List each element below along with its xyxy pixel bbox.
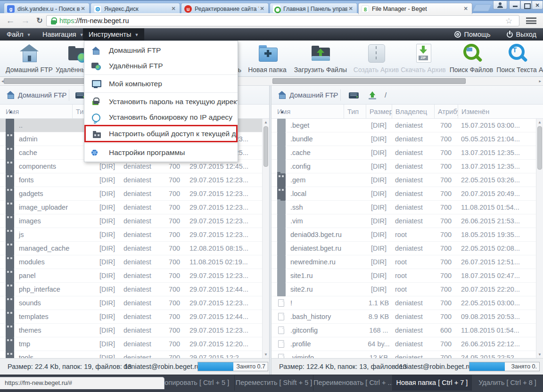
menu-navigation[interactable]: Навигация▼ — [37, 28, 90, 41]
source-selector[interactable]: Домашний FTP — [289, 86, 338, 105]
table-row[interactable]: .beget [DIR] deniatest 700 15.07.2015 03… — [272, 119, 536, 132]
help-button[interactable]: Помощь — [454, 28, 491, 41]
bookmark-star-icon[interactable]: ☆ — [505, 16, 512, 26]
minimize-button[interactable] — [509, 1, 520, 9]
move-button[interactable]: Переместить [ Shift + 5 ] — [234, 375, 313, 391]
table-row[interactable]: managed_cache [DIR] deniatest 700 12.08.… — [0, 242, 262, 255]
left-vertical-scrollbar[interactable]: ▲ ▼ — [262, 119, 269, 358]
tab-close-icon[interactable]: ✕ — [80, 6, 86, 12]
table-row[interactable]: modules [DIR] deniatest 700 11.08.2015 0… — [0, 255, 262, 269]
delete-button[interactable]: Удалить [ Ctrl + 8 ] — [471, 375, 543, 391]
right-vertical-scrollbar[interactable]: ▲ ▼ — [536, 119, 543, 358]
scrollbar-thumb[interactable] — [272, 78, 466, 84]
menu-tools[interactable]: Инструменты▼ — [83, 28, 144, 41]
chevron-down-icon[interactable]: ▼ — [332, 94, 336, 98]
table-row[interactable]: tools [DIR] deniatest 700 29.07.2015 12:… — [0, 351, 262, 358]
table-row[interactable]: .gem [DIR] deniatest 700 22.05.2015 03:2… — [272, 173, 536, 187]
address-bar[interactable]: https ://fm-new.beget.ru — [46, 15, 519, 26]
table-row[interactable]: php_interface [DIR] deniatest 700 29.07.… — [0, 283, 262, 296]
column-name[interactable]: Имя▲ — [6, 105, 67, 119]
menu-item-home-ftp[interactable]: Домашний FTP — [84, 42, 238, 58]
column-size[interactable]: Размер — [366, 105, 392, 119]
menu-item-settings[interactable]: Настройки программы — [84, 145, 238, 160]
tab-file-manager[interactable]: 8 File Manager - Beget ✕ — [358, 3, 472, 14]
back-button[interactable]: ← — [4, 14, 17, 27]
column-attributes[interactable]: Атрибуты — [434, 105, 458, 119]
disk-icon[interactable] — [349, 92, 359, 98]
maximize-button[interactable] — [520, 1, 532, 9]
table-row[interactable]: panel [DIR] deniatest 700 29.07.2015 12:… — [0, 269, 262, 283]
toolbar-search-files[interactable]: Поиск Файлов — [448, 42, 495, 75]
table-row[interactable]: themes [DIR] deniatest 700 29.07.2015 12… — [0, 324, 262, 337]
table-row[interactable]: .bundle [DIR] deniatest 700 05.05.2015 2… — [272, 132, 536, 146]
table-row[interactable]: site2.ru [DIR] root 700 20.07.2015 22:20… — [272, 283, 536, 296]
tab-close-icon[interactable]: ✕ — [170, 6, 177, 12]
scroll-down-icon[interactable]: ▼ — [536, 352, 543, 357]
tab-yandex-disk[interactable]: Яндекс.Диск ✕ — [90, 3, 180, 14]
table-row[interactable]: .profile 64 by... deniatest 700 26.06.20… — [272, 337, 536, 351]
table-row[interactable]: fonts [DIR] deniatest 700 29.07.2015 12:… — [0, 173, 262, 187]
new-tab-button[interactable] — [473, 4, 492, 11]
column-modified[interactable]: Изменён — [458, 105, 535, 119]
menu-item-remote-ftp[interactable]: Удалённый FTP — [84, 58, 238, 74]
close-window-button[interactable]: ✕ — [532, 1, 543, 9]
toolbar-item-clipped[interactable]: А — [539, 42, 543, 75]
table-row[interactable]: images [DIR] deniatest 700 29.07.2015 12… — [0, 214, 262, 228]
menu-item-my-computer[interactable]: Мой компьютер — [84, 76, 238, 91]
table-row[interactable]: .ssh [DIR] deniatest 700 11.08.2015 01:5… — [272, 201, 536, 214]
toolbar-search-text[interactable]: T Поиск Текста — [495, 42, 538, 75]
up-directory-icon[interactable] — [369, 91, 376, 99]
tab-control-panel[interactable]: Главная | Панель управл ✕ — [270, 3, 357, 14]
tab-close-icon[interactable]: ✕ — [259, 6, 265, 12]
menu-hamburger-icon[interactable] — [526, 17, 536, 24]
table-row[interactable]: .cache [DIR] deniatest 700 13.07.2015 12… — [272, 146, 536, 160]
column-name[interactable]: Имя▲ — [277, 105, 338, 119]
table-row[interactable]: tmp [DIR] deniatest 700 29.07.2015 12:20… — [0, 337, 262, 351]
rename-button[interactable]: Переименовать [ Ctrl + ... — [313, 375, 392, 391]
chevron-down-icon[interactable]: ▼ — [60, 94, 65, 98]
scroll-left-icon[interactable]: ◂ — [1, 78, 4, 84]
column-owner[interactable]: Владелец — [392, 105, 434, 119]
horizontal-scrollbar[interactable]: ◂ ▸ — [0, 77, 543, 86]
table-row[interactable]: .bash_history 8.9 KB deniatest 700 09.08… — [272, 310, 536, 324]
table-row[interactable]: deniatest.bget.ru [DIR] deniatest 700 22… — [272, 242, 536, 255]
table-row[interactable]: newredmine.ru [DIR] root 700 26.07.2015 … — [272, 255, 536, 269]
new-folder-button[interactable]: Новая папка [ Ctrl + 7 ] — [392, 375, 471, 391]
tab-close-icon[interactable]: ✕ — [462, 6, 469, 12]
table-row[interactable]: templates [DIR] deniatest 700 29.07.2015… — [0, 310, 262, 324]
menu-item-set-password[interactable]: Установить пароль на текущую директорию — [84, 94, 238, 109]
table-row[interactable]: image_uploader [DIR] deniatest 700 29.07… — [0, 201, 262, 214]
column-type[interactable]: Тип — [344, 105, 366, 119]
table-row[interactable]: .config [DIR] deniatest 700 13.07.2015 1… — [272, 160, 536, 173]
table-row[interactable]: ! 1.1 KB deniatest 700 22.05.2015 03:00.… — [272, 296, 536, 310]
table-row[interactable]: denia0d3.bget.ru [DIR] root 700 18.05.20… — [272, 228, 536, 242]
toolbar-upload-files[interactable]: Загрузить Файлы — [290, 42, 351, 75]
menu-file[interactable]: Файл▼ — [1, 28, 37, 41]
tab-site-edit[interactable]: u Редактирование сайта "s ✕ — [181, 3, 269, 14]
exit-button[interactable]: Выход — [507, 28, 536, 41]
copy-button[interactable]: Копировать [ Ctrl + 5 ] — [156, 375, 234, 391]
menu-item-share-access[interactable]: Настроить общий доступ к текущей директо… — [84, 125, 238, 142]
table-row[interactable]: site1.ru [DIR] root 700 18.07.2015 02:47… — [272, 269, 536, 283]
scrollbar-thumb[interactable] — [537, 126, 542, 170]
table-row[interactable]: .viminfo 12 KB deniatest 700 24.05.2015 … — [272, 351, 536, 358]
toolbar-new-folder[interactable]: Новая папка — [244, 42, 290, 75]
scrollbar-thumb[interactable] — [263, 126, 268, 167]
table-row[interactable]: js [DIR] deniatest 700 29.07.2015 12:23.… — [0, 228, 262, 242]
table-row[interactable]: .vim [DIR] deniatest 700 26.06.2015 21:5… — [272, 214, 536, 228]
table-row[interactable]: sounds [DIR] deniatest 700 29.07.2015 12… — [0, 296, 262, 310]
menu-item-ip-block[interactable]: Установить блокировку по IP адресу — [84, 109, 238, 125]
table-row[interactable]: gadgets [DIR] deniatest 700 29.07.2015 1… — [0, 187, 262, 201]
forward-button[interactable]: → — [19, 14, 32, 27]
tab-close-icon[interactable]: ✕ — [347, 6, 354, 12]
scroll-down-icon[interactable]: ▼ — [263, 352, 269, 357]
table-row[interactable]: .gitconfig 168 ... deniatest 600 11.08.2… — [272, 324, 536, 337]
scroll-up-icon[interactable]: ▲ — [536, 120, 543, 124]
toolbar-home-ftp[interactable]: Домашний FTP — [3, 42, 56, 75]
source-selector[interactable]: Домашний FTP — [18, 86, 66, 105]
profile-button[interactable] — [493, 1, 507, 9]
scroll-right-icon[interactable]: ▸ — [539, 78, 541, 84]
tab-yandex-search[interactable]: g disk.yandex.u - Поиск в G ✕ — [4, 3, 90, 14]
scroll-up-icon[interactable]: ▲ — [263, 120, 269, 124]
reload-button[interactable]: ↻ — [33, 14, 46, 27]
